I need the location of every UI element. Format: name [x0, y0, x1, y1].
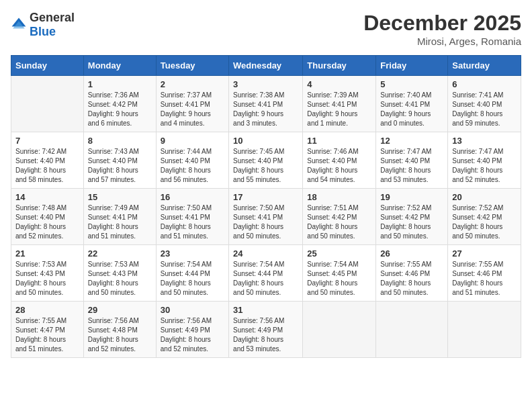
calendar-cell: 3Sunrise: 7:38 AM Sunset: 4:41 PM Daylig…	[229, 76, 303, 132]
calendar-cell: 25Sunrise: 7:54 AM Sunset: 4:45 PM Dayli…	[303, 245, 376, 302]
day-number: 30	[161, 305, 224, 315]
day-number: 8	[88, 136, 152, 146]
day-info: Sunrise: 7:43 AM Sunset: 4:40 PM Dayligh…	[88, 147, 152, 185]
day-info: Sunrise: 7:44 AM Sunset: 4:40 PM Dayligh…	[161, 147, 224, 185]
logo: General Blue	[11, 11, 75, 39]
day-number: 13	[452, 136, 517, 146]
calendar-cell: 18Sunrise: 7:51 AM Sunset: 4:42 PM Dayli…	[303, 189, 376, 245]
day-info: Sunrise: 7:54 AM Sunset: 4:45 PM Dayligh…	[307, 260, 371, 298]
day-info: Sunrise: 7:36 AM Sunset: 4:42 PM Dayligh…	[88, 91, 152, 128]
calendar-cell: 5Sunrise: 7:40 AM Sunset: 4:41 PM Daylig…	[376, 76, 448, 132]
day-number: 9	[161, 136, 224, 146]
weekday-header-monday: Monday	[83, 56, 156, 76]
day-number: 26	[380, 248, 443, 259]
day-number: 22	[88, 248, 152, 259]
location: Mirosi, Arges, Romania	[363, 36, 521, 47]
weekday-header-sunday: Sunday	[11, 56, 84, 76]
day-info: Sunrise: 7:37 AM Sunset: 4:41 PM Dayligh…	[161, 91, 224, 128]
day-info: Sunrise: 7:56 AM Sunset: 4:49 PM Dayligh…	[161, 316, 224, 354]
calendar-cell: 12Sunrise: 7:47 AM Sunset: 4:40 PM Dayli…	[376, 132, 448, 189]
day-number: 12	[380, 136, 443, 146]
day-info: Sunrise: 7:53 AM Sunset: 4:43 PM Dayligh…	[15, 260, 79, 298]
page-header: General Blue December 2025 Mirosi, Arges…	[11, 11, 521, 47]
day-number: 25	[307, 248, 371, 259]
day-number: 2	[161, 79, 224, 89]
calendar-week-4: 21Sunrise: 7:53 AM Sunset: 4:43 PM Dayli…	[11, 245, 521, 302]
calendar-cell: 19Sunrise: 7:52 AM Sunset: 4:42 PM Dayli…	[376, 189, 448, 245]
day-number: 14	[15, 192, 79, 202]
calendar-cell: 23Sunrise: 7:54 AM Sunset: 4:44 PM Dayli…	[156, 245, 228, 302]
month-title: December 2025	[363, 11, 521, 36]
calendar-cell: 9Sunrise: 7:44 AM Sunset: 4:40 PM Daylig…	[156, 132, 228, 189]
calendar-cell: 11Sunrise: 7:46 AM Sunset: 4:40 PM Dayli…	[303, 132, 376, 189]
day-number: 18	[307, 192, 371, 202]
calendar-cell: 13Sunrise: 7:47 AM Sunset: 4:40 PM Dayli…	[448, 132, 521, 189]
calendar-cell: 8Sunrise: 7:43 AM Sunset: 4:40 PM Daylig…	[83, 132, 156, 189]
day-number: 28	[15, 305, 79, 315]
calendar-cell: 30Sunrise: 7:56 AM Sunset: 4:49 PM Dayli…	[156, 302, 228, 358]
calendar-cell	[303, 302, 376, 358]
day-info: Sunrise: 7:55 AM Sunset: 4:46 PM Dayligh…	[452, 260, 517, 298]
day-info: Sunrise: 7:47 AM Sunset: 4:40 PM Dayligh…	[380, 147, 443, 185]
day-info: Sunrise: 7:56 AM Sunset: 4:49 PM Dayligh…	[233, 316, 298, 354]
day-info: Sunrise: 7:53 AM Sunset: 4:43 PM Dayligh…	[88, 260, 152, 298]
calendar-week-3: 14Sunrise: 7:48 AM Sunset: 4:40 PM Dayli…	[11, 189, 521, 245]
calendar-cell: 26Sunrise: 7:55 AM Sunset: 4:46 PM Dayli…	[376, 245, 448, 302]
calendar-cell: 20Sunrise: 7:52 AM Sunset: 4:42 PM Dayli…	[448, 189, 521, 245]
calendar-cell	[376, 302, 448, 358]
day-info: Sunrise: 7:47 AM Sunset: 4:40 PM Dayligh…	[452, 147, 517, 185]
calendar-cell: 2Sunrise: 7:37 AM Sunset: 4:41 PM Daylig…	[156, 76, 228, 132]
day-info: Sunrise: 7:39 AM Sunset: 4:41 PM Dayligh…	[307, 91, 371, 128]
calendar-cell: 4Sunrise: 7:39 AM Sunset: 4:41 PM Daylig…	[303, 76, 376, 132]
weekday-header-tuesday: Tuesday	[156, 56, 228, 76]
calendar-cell: 15Sunrise: 7:49 AM Sunset: 4:41 PM Dayli…	[83, 189, 156, 245]
calendar-cell: 14Sunrise: 7:48 AM Sunset: 4:40 PM Dayli…	[11, 189, 84, 245]
day-number: 20	[452, 192, 517, 202]
day-number: 11	[307, 136, 371, 146]
day-number: 6	[452, 79, 517, 89]
calendar-week-1: 1Sunrise: 7:36 AM Sunset: 4:42 PM Daylig…	[11, 76, 521, 132]
day-info: Sunrise: 7:40 AM Sunset: 4:41 PM Dayligh…	[380, 91, 443, 128]
day-info: Sunrise: 7:56 AM Sunset: 4:48 PM Dayligh…	[88, 316, 152, 354]
logo-text: General Blue	[30, 11, 75, 39]
weekday-header-saturday: Saturday	[448, 56, 521, 76]
day-number: 7	[15, 136, 79, 146]
calendar-cell: 7Sunrise: 7:42 AM Sunset: 4:40 PM Daylig…	[11, 132, 84, 189]
day-info: Sunrise: 7:52 AM Sunset: 4:42 PM Dayligh…	[380, 203, 443, 241]
day-info: Sunrise: 7:50 AM Sunset: 4:41 PM Dayligh…	[233, 203, 298, 241]
weekday-header-row: SundayMondayTuesdayWednesdayThursdayFrid…	[11, 56, 521, 76]
day-number: 5	[380, 79, 443, 89]
day-number: 31	[233, 305, 298, 315]
calendar-cell: 24Sunrise: 7:54 AM Sunset: 4:44 PM Dayli…	[229, 245, 303, 302]
day-number: 21	[15, 248, 79, 259]
day-info: Sunrise: 7:55 AM Sunset: 4:47 PM Dayligh…	[15, 316, 79, 354]
day-info: Sunrise: 7:54 AM Sunset: 4:44 PM Dayligh…	[233, 260, 298, 298]
calendar-week-2: 7Sunrise: 7:42 AM Sunset: 4:40 PM Daylig…	[11, 132, 521, 189]
day-info: Sunrise: 7:38 AM Sunset: 4:41 PM Dayligh…	[233, 91, 298, 128]
logo-icon	[11, 17, 27, 33]
title-section: December 2025 Mirosi, Arges, Romania	[363, 11, 521, 47]
logo-blue: Blue	[30, 25, 56, 38]
day-number: 17	[233, 192, 298, 202]
weekday-header-wednesday: Wednesday	[229, 56, 303, 76]
day-info: Sunrise: 7:51 AM Sunset: 4:42 PM Dayligh…	[307, 203, 371, 241]
calendar-cell: 1Sunrise: 7:36 AM Sunset: 4:42 PM Daylig…	[83, 76, 156, 132]
day-number: 10	[233, 136, 298, 146]
day-info: Sunrise: 7:41 AM Sunset: 4:40 PM Dayligh…	[452, 91, 517, 128]
day-number: 19	[380, 192, 443, 202]
day-number: 29	[88, 305, 152, 315]
calendar-table: SundayMondayTuesdayWednesdayThursdayFrid…	[11, 55, 521, 358]
calendar-cell: 21Sunrise: 7:53 AM Sunset: 4:43 PM Dayli…	[11, 245, 84, 302]
day-number: 23	[161, 248, 224, 259]
calendar-cell: 29Sunrise: 7:56 AM Sunset: 4:48 PM Dayli…	[83, 302, 156, 358]
calendar-cell: 22Sunrise: 7:53 AM Sunset: 4:43 PM Dayli…	[83, 245, 156, 302]
day-info: Sunrise: 7:50 AM Sunset: 4:41 PM Dayligh…	[161, 203, 224, 241]
calendar-cell: 10Sunrise: 7:45 AM Sunset: 4:40 PM Dayli…	[229, 132, 303, 189]
day-info: Sunrise: 7:46 AM Sunset: 4:40 PM Dayligh…	[307, 147, 371, 185]
day-number: 1	[88, 79, 152, 89]
day-number: 3	[233, 79, 298, 89]
weekday-header-friday: Friday	[376, 56, 448, 76]
calendar-cell: 31Sunrise: 7:56 AM Sunset: 4:49 PM Dayli…	[229, 302, 303, 358]
day-info: Sunrise: 7:45 AM Sunset: 4:40 PM Dayligh…	[233, 147, 298, 185]
day-info: Sunrise: 7:54 AM Sunset: 4:44 PM Dayligh…	[161, 260, 224, 298]
